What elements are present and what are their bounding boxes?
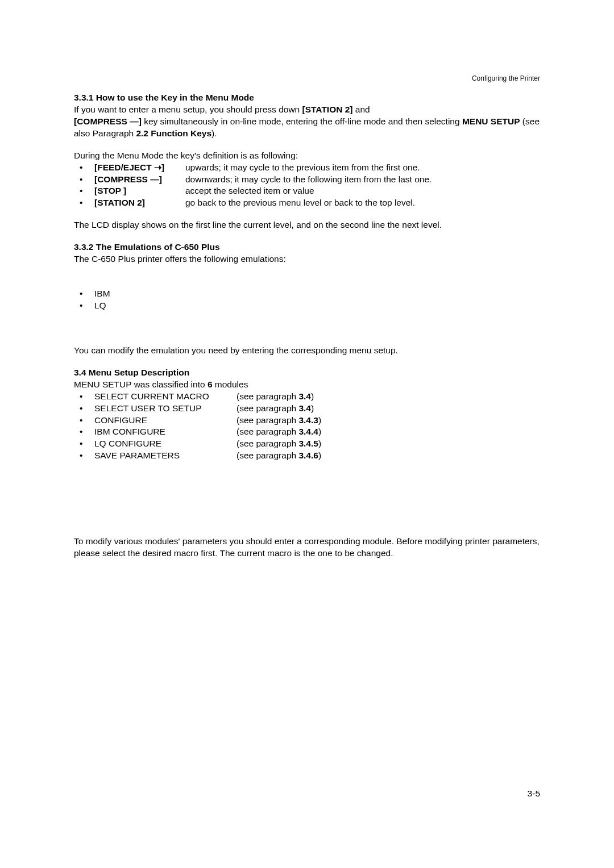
text: modules bbox=[213, 379, 248, 389]
text: key simultaneously in on-line mode, ente… bbox=[142, 116, 462, 126]
ref-pre: (see paragraph bbox=[237, 415, 298, 425]
intro-34: MENU SETUP was classified into 6 modules bbox=[74, 379, 540, 391]
list-item: SAVE PARAMETERS(see paragraph 3.4.6) bbox=[74, 450, 540, 462]
page-number: 3-5 bbox=[528, 788, 540, 800]
heading-331: 3.3.1 How to use the Key in the Menu Mod… bbox=[74, 92, 540, 104]
list-item: IBM CONFIGURE(see paragraph 3.4.4) bbox=[74, 426, 540, 438]
ref-pre: (see paragraph bbox=[237, 427, 298, 436]
module-name: SAVE PARAMETERS bbox=[94, 450, 237, 462]
list-item: LQ CONFIGURE(see paragraph 3.4.5) bbox=[74, 438, 540, 450]
module-name: LQ CONFIGURE bbox=[94, 438, 237, 450]
page-content: 3.3.1 How to use the Key in the Menu Mod… bbox=[74, 92, 540, 560]
heading-332: 3.3.2 The Emulations of C-650 Plus bbox=[74, 241, 540, 253]
ref-bold: 3.4 bbox=[298, 403, 311, 413]
list-item: CONFIGURE(see paragraph 3.4.3) bbox=[74, 415, 540, 427]
key-desc: accept the selected item or value bbox=[185, 186, 314, 195]
six: 6 bbox=[208, 379, 213, 389]
list-item: [FEED/EJECT ➝]upwards; it may cycle to t… bbox=[74, 162, 540, 174]
key-desc: go back to the previous menu level or ba… bbox=[185, 198, 415, 207]
text: and bbox=[353, 105, 370, 114]
module-name: SELECT USER TO SETUP bbox=[94, 403, 237, 415]
module-name: SELECT CURRENT MACRO bbox=[94, 391, 237, 403]
list-item: IBM bbox=[74, 288, 540, 300]
module-name: IBM CONFIGURE bbox=[94, 426, 237, 438]
section-34: 3.4 Menu Setup Description MENU SETUP wa… bbox=[74, 367, 540, 462]
ref-bold: 3.4.5 bbox=[298, 439, 318, 448]
ref-bold: 3.4.6 bbox=[298, 450, 318, 460]
key-label: [STATION 2] bbox=[94, 197, 185, 209]
lcd-text: The LCD display shows on the first line … bbox=[74, 219, 540, 231]
ref-post: ) bbox=[318, 439, 321, 448]
text: MENU SETUP was classified into bbox=[74, 379, 208, 389]
intro-332: The C-650 Plus printer offers the follow… bbox=[74, 253, 540, 265]
modules-list: SELECT CURRENT MACRO(see paragraph 3.4) … bbox=[74, 391, 540, 462]
list-item: SELECT CURRENT MACRO(see paragraph 3.4) bbox=[74, 391, 540, 403]
ref-bold: 3.4.3 bbox=[298, 415, 318, 425]
keydefs-block: During the Menu Mode the key's definitio… bbox=[74, 150, 540, 210]
key-label: [COMPRESS —] bbox=[94, 174, 185, 186]
keydefs-list: [FEED/EJECT ➝]upwards; it may cycle to t… bbox=[74, 162, 540, 210]
key-label: [STOP ] bbox=[94, 185, 185, 197]
during-text: During the Menu Mode the key's definitio… bbox=[74, 150, 540, 162]
key-desc: upwards; it may cycle to the previous it… bbox=[185, 162, 420, 172]
closing-34: To modify various modules' parameters yo… bbox=[74, 536, 540, 560]
text: If you want to enter a menu setup, you s… bbox=[74, 105, 302, 114]
section-331: 3.3.1 How to use the Key in the Menu Mod… bbox=[74, 92, 540, 140]
emulations-list: IBM LQ bbox=[74, 288, 540, 312]
ref-pre: (see paragraph bbox=[237, 391, 298, 401]
ref-post: ) bbox=[318, 415, 321, 425]
ref-post: ) bbox=[318, 450, 321, 460]
list-item: [STATION 2]go back to the previous menu … bbox=[74, 197, 540, 209]
menu-setup: MENU SETUP bbox=[462, 116, 520, 126]
text: ). bbox=[211, 128, 217, 138]
module-name: CONFIGURE bbox=[94, 415, 237, 427]
list-item: [STOP ]accept the selected item or value bbox=[74, 185, 540, 197]
ref-post: ) bbox=[318, 427, 321, 436]
ref-pre: (see paragraph bbox=[237, 450, 298, 460]
ref-post: ) bbox=[311, 391, 314, 401]
section-332: 3.3.2 The Emulations of C-650 Plus The C… bbox=[74, 241, 540, 265]
key-station2: [STATION 2] bbox=[302, 105, 353, 114]
closing-332: You can modify the emulation you need by… bbox=[74, 345, 540, 357]
lcd-block: The LCD display shows on the first line … bbox=[74, 219, 540, 231]
header-right: Configuring the Printer bbox=[472, 74, 540, 83]
list-item: LQ bbox=[74, 300, 540, 312]
ref-bold: 3.4 bbox=[298, 391, 311, 401]
ref-bold: 3.4.4 bbox=[298, 427, 318, 436]
ref-pre: (see paragraph bbox=[237, 403, 298, 413]
ref-22: 2.2 Function Keys bbox=[136, 128, 211, 138]
heading-34: 3.4 Menu Setup Description bbox=[74, 367, 540, 379]
key-desc: downwards; it may cycle to the following… bbox=[185, 174, 432, 184]
list-item: SELECT USER TO SETUP(see paragraph 3.4) bbox=[74, 403, 540, 415]
ref-post: ) bbox=[311, 403, 314, 413]
key-compress: [COMPRESS —] bbox=[74, 116, 142, 126]
intro-331: If you want to enter a menu setup, you s… bbox=[74, 104, 540, 140]
list-item: [COMPRESS —]downwards; it may cycle to t… bbox=[74, 174, 540, 186]
ref-pre: (see paragraph bbox=[237, 439, 298, 448]
key-label: [FEED/EJECT ➝] bbox=[94, 162, 185, 174]
